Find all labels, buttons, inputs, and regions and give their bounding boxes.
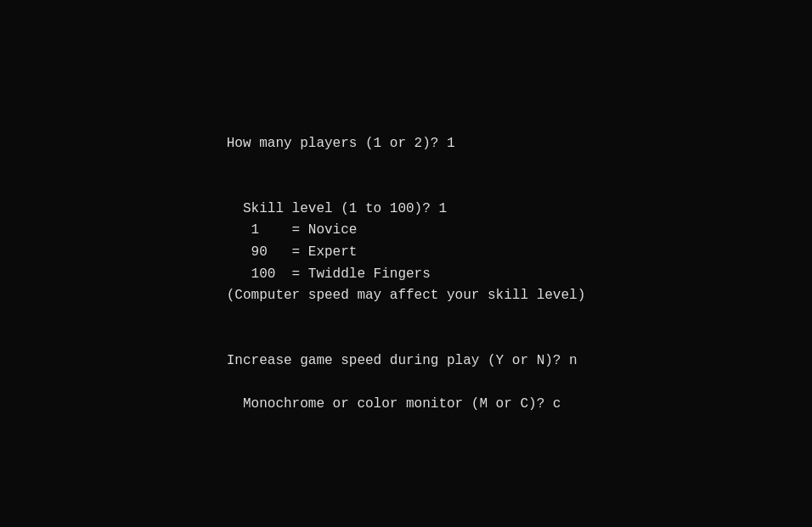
terminal-output: How many players (1 or 2)? 1 Skill level… — [227, 111, 585, 415]
terminal-window: How many players (1 or 2)? 1 Skill level… — [0, 0, 812, 527]
